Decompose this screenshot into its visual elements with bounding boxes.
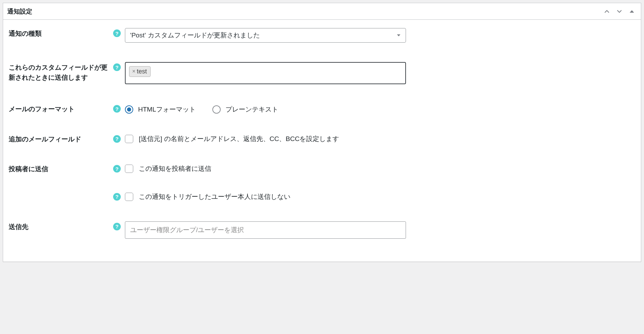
radio-label-plain: プレーンテキスト xyxy=(226,105,278,114)
radio-icon xyxy=(212,105,221,114)
row-notification-type: 通知の種類 ? 'Post' カスタムフィールドが更新されました xyxy=(9,28,635,43)
notification-settings-panel: 通知設定 通知の種類 ? 'Post' カスタムフィールドが更新されました xyxy=(3,3,641,262)
notification-type-select[interactable]: 'Post' カスタムフィールドが更新されました xyxy=(125,28,406,43)
help-icon[interactable]: ? xyxy=(113,135,121,143)
label-mail-format: メールのフォーマット xyxy=(9,104,75,114)
help-icon[interactable]: ? xyxy=(113,105,121,113)
label-additional-mail-fields: 追加のメールフィールド xyxy=(9,134,81,144)
panel-body: 通知の種類 ? 'Post' カスタムフィールドが更新されました これらのカスタ… xyxy=(3,20,641,262)
move-up-icon[interactable] xyxy=(602,7,612,16)
row-skip-triggering-user: ? この通知をトリガーしたユーザー本人に送信しない xyxy=(9,192,635,202)
checkbox-label-additional-fields: [送信元] の名前とメールアドレス、返信先、CC、BCCを設定します xyxy=(139,134,339,143)
row-mail-format: メールのフォーマット ? HTMLフォーマット プレーンテキスト xyxy=(9,104,635,114)
checkbox-send-to-author[interactable]: この通知を投稿者に送信 xyxy=(125,164,211,173)
tag-remove-icon[interactable]: × xyxy=(132,68,135,75)
radio-html-format[interactable]: HTMLフォーマット xyxy=(125,105,196,114)
label-custom-fields-trigger: これらのカスタムフィールドが更新されたときに送信します xyxy=(9,62,110,82)
label-send-to: 送信先 xyxy=(9,221,28,232)
checkbox-icon xyxy=(125,193,133,201)
label-notification-type: 通知の種類 xyxy=(9,28,42,39)
help-icon[interactable]: ? xyxy=(113,193,121,201)
label-send-to-author: 投稿者に送信 xyxy=(9,164,48,174)
send-to-input[interactable] xyxy=(125,221,406,239)
tag-label: test xyxy=(137,68,147,76)
panel-controls xyxy=(602,7,637,16)
help-icon[interactable]: ? xyxy=(113,29,121,37)
row-additional-mail-fields: 追加のメールフィールド ? [送信元] の名前とメールアドレス、返信先、CC、B… xyxy=(9,134,635,144)
radio-plain-format[interactable]: プレーンテキスト xyxy=(212,105,278,114)
checkbox-label-send-to-author: この通知を投稿者に送信 xyxy=(139,164,211,173)
checkbox-icon xyxy=(125,135,133,143)
radio-label-html: HTMLフォーマット xyxy=(138,105,196,114)
custom-fields-tag-input[interactable]: × test xyxy=(125,62,406,84)
row-custom-fields-trigger: これらのカスタムフィールドが更新されたときに送信します ? × test xyxy=(9,62,635,84)
help-icon[interactable]: ? xyxy=(113,223,121,230)
toggle-panel-icon[interactable] xyxy=(627,7,637,16)
help-icon[interactable]: ? xyxy=(113,165,121,173)
radio-icon xyxy=(125,105,133,114)
row-send-to: 送信先 ? xyxy=(9,221,635,239)
tag-chip: × test xyxy=(129,66,151,77)
checkbox-icon xyxy=(125,165,133,173)
panel-header: 通知設定 xyxy=(3,3,641,20)
panel-title: 通知設定 xyxy=(7,7,602,16)
checkbox-additional-mail-fields[interactable]: [送信元] の名前とメールアドレス、返信先、CC、BCCを設定します xyxy=(125,134,339,143)
help-icon[interactable]: ? xyxy=(113,63,121,71)
checkbox-skip-triggering-user[interactable]: この通知をトリガーしたユーザー本人に送信しない xyxy=(125,192,290,201)
checkbox-label-skip-triggering-user: この通知をトリガーしたユーザー本人に送信しない xyxy=(139,192,290,201)
row-send-to-author: 投稿者に送信 ? この通知を投稿者に送信 xyxy=(9,164,635,174)
move-down-icon[interactable] xyxy=(615,7,624,16)
